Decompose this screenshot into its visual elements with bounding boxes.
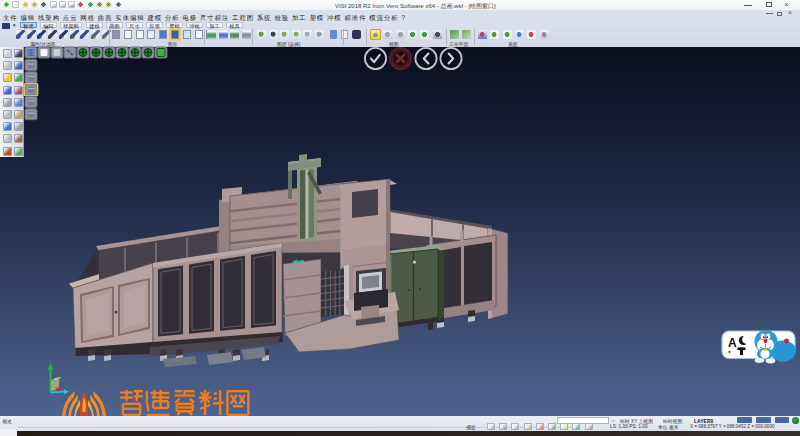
svg-text:A: A bbox=[728, 336, 737, 350]
